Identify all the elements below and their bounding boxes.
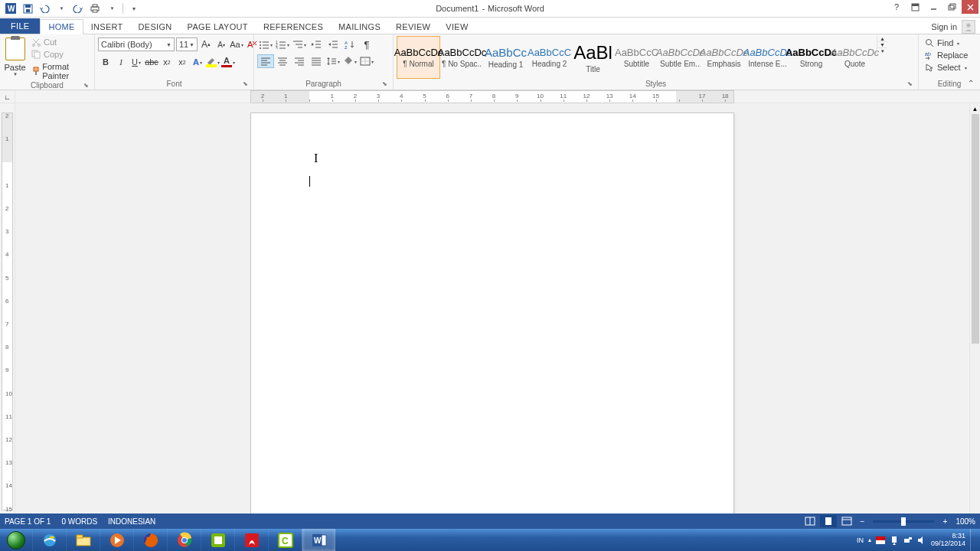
taskbar-app[interactable]: C: [268, 529, 302, 551]
taskbar-chrome[interactable]: [167, 529, 201, 551]
qat-customize[interactable]: ▾: [126, 2, 142, 15]
align-left-button[interactable]: [257, 54, 274, 68]
change-case-button[interactable]: Aa▾: [230, 37, 243, 51]
show-desktop-button[interactable]: [970, 529, 977, 551]
vertical-ruler[interactable]: 21123456789101112131415: [0, 103, 15, 529]
style--normal[interactable]: AaBbCcDc¶ Normal: [397, 36, 440, 79]
italic-button[interactable]: I: [113, 54, 129, 70]
tab-view[interactable]: VIEW: [438, 20, 475, 34]
styles-dialog-launcher[interactable]: ⬊: [906, 80, 913, 88]
scroll-thumb[interactable]: [972, 114, 979, 344]
tab-review[interactable]: REVIEW: [388, 20, 438, 34]
taskbar-ie[interactable]: [32, 529, 66, 551]
shrink-font-button[interactable]: A▾: [214, 37, 228, 51]
tray-network-icon[interactable]: [903, 536, 913, 545]
horizontal-ruler[interactable]: 211234567891011121314151718: [250, 90, 734, 103]
quickprint-icon[interactable]: [87, 2, 103, 15]
print-layout-button[interactable]: [820, 515, 837, 527]
highlight-button[interactable]: ▾: [205, 54, 220, 70]
grow-font-button[interactable]: A▴: [199, 37, 213, 51]
vertical-scrollbar[interactable]: ▲ ▼: [969, 103, 980, 529]
style-subtitle[interactable]: AaBbCcCSubtitle: [615, 36, 658, 79]
zoom-in-button[interactable]: +: [939, 515, 950, 527]
taskbar-firefox[interactable]: [133, 529, 167, 551]
help-icon[interactable]: ?: [888, 0, 905, 14]
scroll-up-icon[interactable]: ▲: [970, 103, 980, 114]
clipboard-dialog-launcher[interactable]: ⬊: [82, 82, 90, 90]
tab-selector[interactable]: ∟: [0, 90, 15, 103]
tab-mailings[interactable]: MAILINGS: [331, 20, 388, 34]
style--no-spac-[interactable]: AaBbCcDc¶ No Spac...: [440, 36, 484, 79]
align-center-button[interactable]: [274, 54, 291, 68]
style-title[interactable]: AaBlTitle: [571, 36, 615, 79]
taskbar-acrobat[interactable]: [234, 529, 268, 551]
font-size-combo[interactable]: 11▼: [176, 37, 198, 51]
cut-button[interactable]: Cut: [30, 37, 91, 47]
sort-button[interactable]: AZ: [341, 37, 358, 51]
ribbon-display-icon[interactable]: [906, 0, 923, 14]
format-painter-button[interactable]: Format Painter: [30, 61, 91, 81]
tab-page-layout[interactable]: PAGE LAYOUT: [180, 20, 256, 34]
start-button[interactable]: [0, 529, 32, 551]
language-status[interactable]: INDONESIAN: [108, 517, 155, 526]
read-mode-button[interactable]: [802, 515, 818, 527]
numbering-button[interactable]: 123▾: [274, 37, 291, 51]
bold-button[interactable]: B: [98, 54, 113, 70]
zoom-level[interactable]: 100%: [956, 517, 975, 526]
text-effects-button[interactable]: A▾: [190, 54, 205, 70]
qat-more-dropdown[interactable]: ▼: [104, 2, 119, 15]
font-color-button[interactable]: A▾: [220, 54, 236, 70]
style-strong[interactable]: AaBbCcDcStrong: [789, 36, 833, 79]
replace-button[interactable]: abReplace: [922, 50, 971, 60]
underline-button[interactable]: U▾: [129, 54, 144, 70]
styles-more[interactable]: ▾: [877, 48, 887, 54]
style-intense-e-[interactable]: AaBbCcDcIntense E...: [746, 36, 789, 79]
zoom-out-button[interactable]: −: [857, 515, 867, 527]
tab-design[interactable]: DESIGN: [131, 20, 180, 34]
tray-lang[interactable]: IN: [857, 536, 864, 544]
styles-scroll-down[interactable]: ▼: [877, 42, 887, 48]
taskbar-word[interactable]: W: [302, 529, 335, 551]
sign-in[interactable]: Sign in: [931, 20, 975, 34]
increase-indent-button[interactable]: [325, 37, 341, 51]
style-quote[interactable]: AaBbCcDcQuote: [833, 36, 877, 79]
minimize-icon[interactable]: [925, 0, 942, 14]
undo-icon[interactable]: [37, 2, 52, 15]
tray-volume-icon[interactable]: [917, 536, 926, 545]
strikethrough-button[interactable]: abc: [144, 54, 159, 70]
decrease-indent-button[interactable]: [308, 37, 325, 51]
font-dialog-launcher[interactable]: ⬊: [241, 80, 249, 88]
redo-icon[interactable]: [70, 2, 86, 15]
tray-action-center-icon[interactable]: [890, 536, 899, 545]
paste-button[interactable]: Paste ▼: [3, 36, 27, 77]
find-button[interactable]: Find▾: [922, 37, 962, 48]
taskbar-camtasia[interactable]: [201, 529, 234, 551]
borders-button[interactable]: ▾: [358, 54, 375, 68]
bullets-button[interactable]: ▾: [257, 37, 274, 51]
paragraph-dialog-launcher[interactable]: ⬊: [381, 80, 388, 88]
save-icon[interactable]: [20, 2, 35, 15]
undo-dropdown[interactable]: ▼: [54, 2, 69, 15]
taskbar-media[interactable]: [100, 529, 133, 551]
style-emphasis[interactable]: AaBbCcDcEmphasis: [702, 36, 746, 79]
word-count[interactable]: 0 WORDS: [61, 517, 97, 526]
web-layout-button[interactable]: [838, 515, 855, 527]
collapse-ribbon-icon[interactable]: ⌃: [965, 77, 977, 88]
font-name-combo[interactable]: Calibri (Body)▼: [98, 37, 175, 51]
tab-insert[interactable]: INSERT: [83, 20, 131, 34]
zoom-thumb[interactable]: [901, 517, 906, 526]
tab-references[interactable]: REFERENCES: [256, 20, 331, 34]
tab-home[interactable]: HOME: [40, 19, 83, 34]
word-icon[interactable]: W: [3, 2, 18, 15]
tray-chevron-icon[interactable]: ▴: [868, 536, 871, 543]
page[interactable]: I: [250, 112, 734, 529]
close-icon[interactable]: [962, 0, 978, 14]
taskbar-explorer[interactable]: [66, 529, 100, 551]
page-status[interactable]: PAGE 1 OF 1: [5, 517, 51, 526]
shading-button[interactable]: ▾: [341, 54, 358, 68]
tray-flag-icon[interactable]: [876, 536, 885, 544]
superscript-button[interactable]: x2: [175, 54, 190, 70]
style-heading-2[interactable]: AaBbCcCHeading 2: [528, 36, 571, 79]
line-spacing-button[interactable]: ▾: [325, 54, 341, 68]
tab-file[interactable]: FILE: [0, 18, 40, 34]
